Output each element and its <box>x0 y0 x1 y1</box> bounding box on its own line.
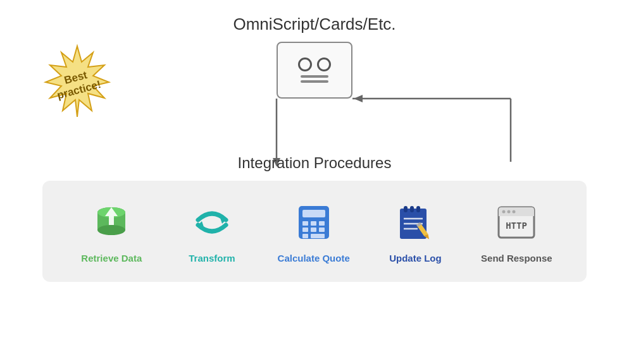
update-log-label: Update Log <box>389 253 442 264</box>
main-container: Best practice! OmniScript/Cards/Etc. <box>11 8 618 356</box>
update-log-icon <box>392 200 438 245</box>
svg-marker-5 <box>354 95 363 102</box>
svg-point-36 <box>502 210 506 213</box>
svg-rect-17 <box>319 221 325 226</box>
action-item-send-response: HTTP Send Response <box>481 200 552 264</box>
svg-rect-14 <box>302 210 325 217</box>
transform-icon <box>189 200 235 245</box>
svg-rect-16 <box>311 221 316 226</box>
svg-text:HTTP: HTTP <box>506 221 527 231</box>
calculate-icon <box>291 200 337 245</box>
bottom-panel: Retrieve Data Transform <box>42 181 587 282</box>
send-response-icon: HTTP <box>494 200 539 245</box>
action-item-transform: Transform <box>177 200 247 264</box>
svg-point-37 <box>508 210 511 213</box>
omni-line-2 <box>301 80 328 83</box>
svg-rect-25 <box>410 206 414 212</box>
svg-rect-22 <box>311 234 325 238</box>
action-item-update-log: Update Log <box>380 200 450 264</box>
omni-eye-right <box>317 58 331 71</box>
omniscript-box <box>277 42 352 99</box>
middle-section: Integration Procedures <box>55 99 574 181</box>
retrieve-data-label: Retrieve Data <box>81 253 142 264</box>
svg-point-8 <box>97 225 125 235</box>
svg-rect-20 <box>319 228 325 232</box>
svg-rect-26 <box>416 206 420 212</box>
omni-lines <box>301 75 328 83</box>
send-response-label: Send Response <box>481 253 552 264</box>
omni-eyes <box>298 58 331 71</box>
integration-label: Integration Procedures <box>238 154 392 172</box>
action-item-retrieve-data: Retrieve Data <box>77 200 146 264</box>
svg-point-38 <box>513 210 516 213</box>
svg-rect-15 <box>302 221 308 226</box>
svg-rect-24 <box>404 206 408 212</box>
svg-rect-21 <box>302 234 308 238</box>
calculate-label: Calculate Quote <box>278 253 350 264</box>
page-title: OmniScript/Cards/Etc. <box>233 15 395 34</box>
svg-rect-19 <box>311 228 316 232</box>
omni-eye-left <box>298 58 312 71</box>
action-item-calculate: Calculate Quote <box>278 200 350 264</box>
omni-line-1 <box>301 75 328 78</box>
retrieve-data-icon <box>89 200 134 245</box>
svg-rect-18 <box>302 228 308 232</box>
transform-label: Transform <box>189 253 235 264</box>
